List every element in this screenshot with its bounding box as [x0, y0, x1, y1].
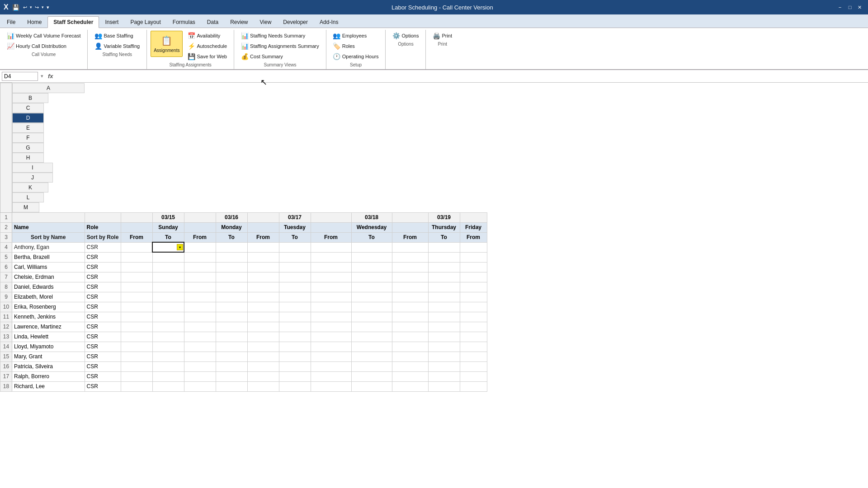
cell-a16[interactable]: Patricia, Silveira [12, 361, 85, 371]
cell-g2[interactable] [247, 222, 279, 232]
cell-e4[interactable] [184, 242, 216, 252]
btn-hourly-call[interactable]: 📈 Hourly Call Distribution [4, 41, 84, 51]
cell-b11[interactable]: CSR [85, 312, 121, 322]
cell-k5[interactable] [392, 252, 428, 262]
row-num-5[interactable]: 5 [0, 252, 12, 262]
cell-e9[interactable] [184, 292, 216, 302]
cell-k14[interactable] [392, 342, 428, 352]
cell-i16[interactable] [311, 361, 351, 371]
cell-d10[interactable] [152, 302, 184, 312]
cell-j10[interactable] [351, 302, 392, 312]
cell-d7[interactable] [152, 272, 184, 282]
customize-icon[interactable]: ▾ [47, 5, 49, 10]
cell-h9[interactable] [279, 292, 311, 302]
cell-g16[interactable] [247, 361, 279, 371]
cell-m13[interactable] [460, 332, 487, 342]
tab-file[interactable]: File [1, 16, 21, 28]
cell-b6[interactable]: CSR [85, 262, 121, 272]
cell-d11[interactable] [152, 312, 184, 322]
cell-d8[interactable] [152, 282, 184, 292]
cell-c1[interactable] [121, 212, 152, 222]
row-num-6[interactable]: 6 [0, 262, 12, 272]
btn-roles[interactable]: 🏷️ Roles [330, 41, 382, 51]
cell-k10[interactable] [392, 302, 428, 312]
col-header-i[interactable]: I [12, 163, 53, 173]
cell-j12[interactable] [351, 322, 392, 332]
tab-add-ins[interactable]: Add-Ins [314, 16, 344, 28]
cell-b10[interactable]: CSR [85, 302, 121, 312]
cell-j17[interactable] [351, 371, 392, 381]
cell-e7[interactable] [184, 272, 216, 282]
cell-l8[interactable] [428, 282, 460, 292]
cell-d4[interactable]: ▾ [152, 242, 184, 252]
undo-dropdown[interactable]: ▾ [30, 5, 32, 9]
row-num-13[interactable]: 13 [0, 332, 12, 342]
cell-l11[interactable] [428, 312, 460, 322]
cell-b17[interactable]: CSR [85, 371, 121, 381]
cell-g15[interactable] [247, 352, 279, 361]
cell-m14[interactable] [460, 342, 487, 352]
cell-l12[interactable] [428, 322, 460, 332]
cell-k6[interactable] [392, 262, 428, 272]
cell-d16[interactable] [152, 361, 184, 371]
cell-a17[interactable]: Ralph, Borrero [12, 371, 85, 381]
cell-j14[interactable] [351, 342, 392, 352]
cell-l7[interactable] [428, 272, 460, 282]
cell-e12[interactable] [184, 322, 216, 332]
cell-l4[interactable] [428, 242, 460, 252]
cell-a1[interactable] [12, 212, 85, 222]
cell-g12[interactable] [247, 322, 279, 332]
btn-staffing-assignments-summary[interactable]: 📊 Staffing Assignments Summary [238, 41, 322, 51]
redo-dropdown[interactable]: ▾ [42, 5, 44, 9]
maximize-btn[interactable]: □ [845, 3, 854, 12]
cell-f14[interactable] [216, 342, 247, 352]
col-header-b[interactable]: B [12, 93, 48, 103]
cell-j1[interactable]: 03/18 [351, 212, 392, 222]
btn-options[interactable]: ⚙️ Options [389, 31, 422, 41]
tab-home[interactable]: Home [21, 16, 47, 28]
cell-l17[interactable] [428, 371, 460, 381]
cell-m11[interactable] [460, 312, 487, 322]
cell-j11[interactable] [351, 312, 392, 322]
tab-formulas[interactable]: Formulas [167, 16, 201, 28]
cell-h5[interactable] [279, 252, 311, 262]
cell-c18[interactable] [121, 381, 152, 391]
cell-h3[interactable]: To [279, 232, 311, 242]
cell-k15[interactable] [392, 352, 428, 361]
btn-weekly-call[interactable]: 📊 Weekly Call Volume Forecast [4, 31, 84, 41]
cell-h4[interactable] [279, 242, 311, 252]
cell-g11[interactable] [247, 312, 279, 322]
cell-b8[interactable]: CSR [85, 282, 121, 292]
tab-view[interactable]: View [254, 16, 278, 28]
cell-c14[interactable] [121, 342, 152, 352]
cell-m12[interactable] [460, 322, 487, 332]
cell-f12[interactable] [216, 322, 247, 332]
cell-i18[interactable] [311, 381, 351, 391]
cell-a14[interactable]: Lloyd, Miyamoto [12, 342, 85, 352]
cell-l18[interactable] [428, 381, 460, 391]
btn-availability[interactable]: 📅 Availability [184, 31, 230, 41]
cell-g14[interactable] [247, 342, 279, 352]
tab-data[interactable]: Data [201, 16, 224, 28]
cell-g18[interactable] [247, 381, 279, 391]
cell-f5[interactable] [216, 252, 247, 262]
cell-e8[interactable] [184, 282, 216, 292]
cell-c11[interactable] [121, 312, 152, 322]
cell-f15[interactable] [216, 352, 247, 361]
cell-c2[interactable] [121, 222, 152, 232]
tab-developer[interactable]: Developer [277, 16, 314, 28]
cell-a7[interactable]: Chelsie, Erdman [12, 272, 85, 282]
cell-k3[interactable]: From [392, 232, 428, 242]
cell-e15[interactable] [184, 352, 216, 361]
row-num-4[interactable]: 4 [0, 242, 12, 252]
cell-h14[interactable] [279, 342, 311, 352]
col-header-g[interactable]: G [12, 143, 44, 153]
cell-e6[interactable] [184, 262, 216, 272]
cell-m5[interactable] [460, 252, 487, 262]
cell-j13[interactable] [351, 332, 392, 342]
cell-b15[interactable]: CSR [85, 352, 121, 361]
cell-k18[interactable] [392, 381, 428, 391]
col-header-m[interactable]: M [12, 202, 39, 212]
cell-c7[interactable] [121, 272, 152, 282]
cell-e17[interactable] [184, 371, 216, 381]
